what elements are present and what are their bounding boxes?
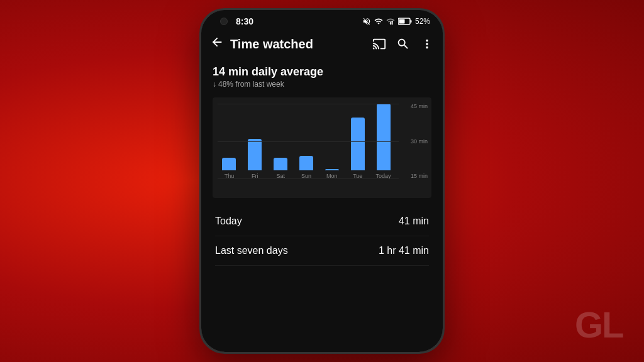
battery-percentage: 52% [415, 17, 430, 26]
change-icon: ↓ [213, 80, 216, 89]
grid-line-mid [218, 141, 399, 142]
cast-button[interactable] [372, 37, 386, 51]
stat-value-week: 1 hr 41 min [379, 245, 429, 256]
chart-grid [218, 104, 399, 179]
camera-cutout [220, 18, 228, 25]
stat-label-week: Last seven days [215, 245, 288, 256]
search-button[interactable] [396, 37, 410, 51]
status-icons: 52% [362, 17, 430, 26]
change-text: 48% from last week [218, 80, 284, 89]
chart-container: 45 min 30 min 15 min ThuFriSatSunMonTueT… [213, 97, 431, 198]
main-content: 14 min daily average ↓ 48% from last wee… [201, 58, 443, 273]
y-label-15: 15 min [411, 173, 428, 179]
stat-value-today: 41 min [399, 216, 429, 227]
toolbar: Time watched [201, 30, 443, 58]
back-button[interactable] [210, 35, 224, 53]
status-bar: 8:30 [201, 10, 443, 30]
phone-screen: 8:30 [201, 10, 443, 352]
phone-frame: 8:30 [199, 8, 445, 354]
svg-rect-2 [390, 22, 391, 25]
gl-watermark: GL [575, 305, 631, 349]
svg-text:GL: GL [575, 305, 623, 343]
grid-line-top [218, 104, 399, 104]
stat-label-today: Today [215, 216, 242, 227]
daily-change: ↓ 48% from last week [213, 80, 431, 89]
mute-icon [362, 17, 371, 26]
stat-row-today: Today 41 min [215, 207, 429, 236]
y-label-30: 30 min [411, 139, 428, 145]
stat-row-week: Last seven days 1 hr 41 min [215, 236, 429, 266]
stats-section: Today 41 min Last seven days 1 hr 41 min [213, 207, 431, 266]
chart-y-labels: 45 min 30 min 15 min [411, 104, 428, 179]
signal-icon [386, 17, 395, 26]
toolbar-title: Time watched [230, 37, 372, 52]
toolbar-actions [372, 37, 434, 51]
wifi-icon [374, 17, 383, 26]
svg-rect-4 [399, 19, 404, 24]
more-options-button[interactable] [420, 37, 434, 51]
grid-line-bot [218, 178, 399, 179]
svg-rect-1 [392, 21, 393, 25]
daily-average: 14 min daily average [213, 65, 431, 79]
y-label-45: 45 min [411, 104, 428, 109]
status-time: 8:30 [236, 16, 253, 26]
battery-icon [398, 18, 412, 25]
side-button [443, 85, 445, 117]
svg-rect-5 [410, 20, 411, 23]
